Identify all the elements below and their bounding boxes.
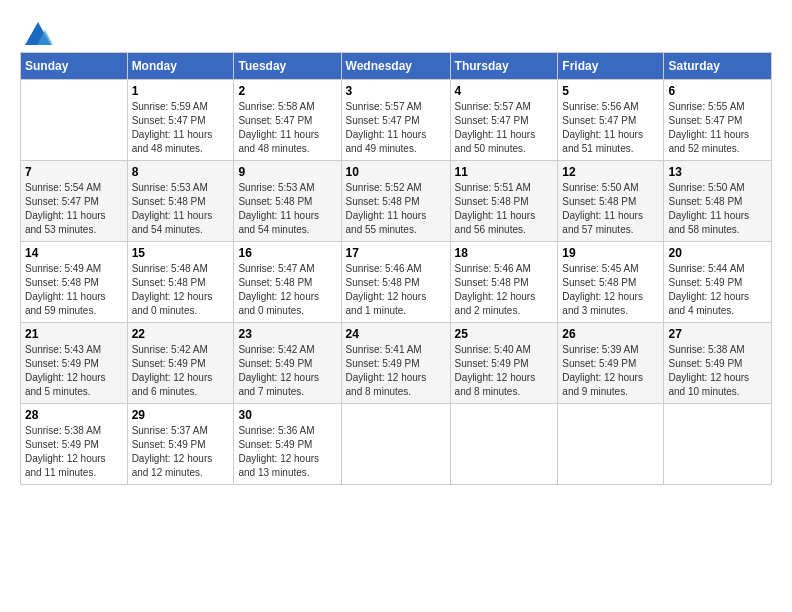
day-info: Sunrise: 5:46 AMSunset: 5:48 PMDaylight:… xyxy=(346,262,446,318)
day-number: 22 xyxy=(132,327,230,341)
calendar-cell: 16Sunrise: 5:47 AMSunset: 5:48 PMDayligh… xyxy=(234,242,341,323)
day-info: Sunrise: 5:39 AMSunset: 5:49 PMDaylight:… xyxy=(562,343,659,399)
day-info: Sunrise: 5:47 AMSunset: 5:48 PMDaylight:… xyxy=(238,262,336,318)
calendar-cell xyxy=(558,404,664,485)
calendar-cell: 11Sunrise: 5:51 AMSunset: 5:48 PMDayligh… xyxy=(450,161,558,242)
day-number: 26 xyxy=(562,327,659,341)
day-info: Sunrise: 5:43 AMSunset: 5:49 PMDaylight:… xyxy=(25,343,123,399)
day-header: Wednesday xyxy=(341,53,450,80)
calendar-cell: 8Sunrise: 5:53 AMSunset: 5:48 PMDaylight… xyxy=(127,161,234,242)
day-number: 24 xyxy=(346,327,446,341)
calendar-week-row: 21Sunrise: 5:43 AMSunset: 5:49 PMDayligh… xyxy=(21,323,772,404)
day-number: 7 xyxy=(25,165,123,179)
logo xyxy=(20,20,53,42)
day-number: 30 xyxy=(238,408,336,422)
day-info: Sunrise: 5:42 AMSunset: 5:49 PMDaylight:… xyxy=(238,343,336,399)
calendar-header-row: SundayMondayTuesdayWednesdayThursdayFrid… xyxy=(21,53,772,80)
calendar-cell: 27Sunrise: 5:38 AMSunset: 5:49 PMDayligh… xyxy=(664,323,772,404)
day-number: 2 xyxy=(238,84,336,98)
day-number: 28 xyxy=(25,408,123,422)
calendar-cell: 30Sunrise: 5:36 AMSunset: 5:49 PMDayligh… xyxy=(234,404,341,485)
day-info: Sunrise: 5:50 AMSunset: 5:48 PMDaylight:… xyxy=(668,181,767,237)
day-info: Sunrise: 5:56 AMSunset: 5:47 PMDaylight:… xyxy=(562,100,659,156)
day-number: 11 xyxy=(455,165,554,179)
calendar-body: 1Sunrise: 5:59 AMSunset: 5:47 PMDaylight… xyxy=(21,80,772,485)
calendar-week-row: 1Sunrise: 5:59 AMSunset: 5:47 PMDaylight… xyxy=(21,80,772,161)
day-number: 16 xyxy=(238,246,336,260)
calendar-cell xyxy=(341,404,450,485)
day-info: Sunrise: 5:41 AMSunset: 5:49 PMDaylight:… xyxy=(346,343,446,399)
calendar-cell: 1Sunrise: 5:59 AMSunset: 5:47 PMDaylight… xyxy=(127,80,234,161)
calendar-cell: 2Sunrise: 5:58 AMSunset: 5:47 PMDaylight… xyxy=(234,80,341,161)
day-number: 3 xyxy=(346,84,446,98)
day-number: 1 xyxy=(132,84,230,98)
day-header: Tuesday xyxy=(234,53,341,80)
day-number: 23 xyxy=(238,327,336,341)
calendar-cell: 21Sunrise: 5:43 AMSunset: 5:49 PMDayligh… xyxy=(21,323,128,404)
day-info: Sunrise: 5:36 AMSunset: 5:49 PMDaylight:… xyxy=(238,424,336,480)
day-info: Sunrise: 5:53 AMSunset: 5:48 PMDaylight:… xyxy=(238,181,336,237)
calendar-cell: 20Sunrise: 5:44 AMSunset: 5:49 PMDayligh… xyxy=(664,242,772,323)
day-number: 9 xyxy=(238,165,336,179)
calendar-cell: 14Sunrise: 5:49 AMSunset: 5:48 PMDayligh… xyxy=(21,242,128,323)
calendar-week-row: 28Sunrise: 5:38 AMSunset: 5:49 PMDayligh… xyxy=(21,404,772,485)
day-info: Sunrise: 5:53 AMSunset: 5:48 PMDaylight:… xyxy=(132,181,230,237)
day-number: 4 xyxy=(455,84,554,98)
calendar-cell: 17Sunrise: 5:46 AMSunset: 5:48 PMDayligh… xyxy=(341,242,450,323)
calendar-cell: 13Sunrise: 5:50 AMSunset: 5:48 PMDayligh… xyxy=(664,161,772,242)
header xyxy=(20,20,772,42)
calendar-cell: 7Sunrise: 5:54 AMSunset: 5:47 PMDaylight… xyxy=(21,161,128,242)
calendar-week-row: 14Sunrise: 5:49 AMSunset: 5:48 PMDayligh… xyxy=(21,242,772,323)
calendar-cell: 24Sunrise: 5:41 AMSunset: 5:49 PMDayligh… xyxy=(341,323,450,404)
day-info: Sunrise: 5:40 AMSunset: 5:49 PMDaylight:… xyxy=(455,343,554,399)
calendar-cell: 19Sunrise: 5:45 AMSunset: 5:48 PMDayligh… xyxy=(558,242,664,323)
calendar-cell: 15Sunrise: 5:48 AMSunset: 5:48 PMDayligh… xyxy=(127,242,234,323)
calendar-cell: 9Sunrise: 5:53 AMSunset: 5:48 PMDaylight… xyxy=(234,161,341,242)
calendar-cell: 26Sunrise: 5:39 AMSunset: 5:49 PMDayligh… xyxy=(558,323,664,404)
day-info: Sunrise: 5:38 AMSunset: 5:49 PMDaylight:… xyxy=(668,343,767,399)
day-info: Sunrise: 5:46 AMSunset: 5:48 PMDaylight:… xyxy=(455,262,554,318)
day-number: 8 xyxy=(132,165,230,179)
day-info: Sunrise: 5:57 AMSunset: 5:47 PMDaylight:… xyxy=(455,100,554,156)
day-number: 13 xyxy=(668,165,767,179)
calendar-cell xyxy=(21,80,128,161)
calendar-cell: 18Sunrise: 5:46 AMSunset: 5:48 PMDayligh… xyxy=(450,242,558,323)
calendar-cell: 28Sunrise: 5:38 AMSunset: 5:49 PMDayligh… xyxy=(21,404,128,485)
day-info: Sunrise: 5:38 AMSunset: 5:49 PMDaylight:… xyxy=(25,424,123,480)
day-info: Sunrise: 5:50 AMSunset: 5:48 PMDaylight:… xyxy=(562,181,659,237)
calendar-table: SundayMondayTuesdayWednesdayThursdayFrid… xyxy=(20,52,772,485)
calendar-cell: 23Sunrise: 5:42 AMSunset: 5:49 PMDayligh… xyxy=(234,323,341,404)
day-number: 10 xyxy=(346,165,446,179)
calendar-cell: 5Sunrise: 5:56 AMSunset: 5:47 PMDaylight… xyxy=(558,80,664,161)
day-number: 17 xyxy=(346,246,446,260)
day-number: 29 xyxy=(132,408,230,422)
calendar-cell: 22Sunrise: 5:42 AMSunset: 5:49 PMDayligh… xyxy=(127,323,234,404)
day-header: Sunday xyxy=(21,53,128,80)
day-number: 14 xyxy=(25,246,123,260)
day-header: Thursday xyxy=(450,53,558,80)
calendar-cell: 10Sunrise: 5:52 AMSunset: 5:48 PMDayligh… xyxy=(341,161,450,242)
calendar-cell: 4Sunrise: 5:57 AMSunset: 5:47 PMDaylight… xyxy=(450,80,558,161)
calendar-week-row: 7Sunrise: 5:54 AMSunset: 5:47 PMDaylight… xyxy=(21,161,772,242)
day-number: 5 xyxy=(562,84,659,98)
day-header: Saturday xyxy=(664,53,772,80)
day-info: Sunrise: 5:54 AMSunset: 5:47 PMDaylight:… xyxy=(25,181,123,237)
day-number: 15 xyxy=(132,246,230,260)
day-info: Sunrise: 5:51 AMSunset: 5:48 PMDaylight:… xyxy=(455,181,554,237)
calendar-cell: 3Sunrise: 5:57 AMSunset: 5:47 PMDaylight… xyxy=(341,80,450,161)
day-info: Sunrise: 5:58 AMSunset: 5:47 PMDaylight:… xyxy=(238,100,336,156)
day-number: 21 xyxy=(25,327,123,341)
day-number: 6 xyxy=(668,84,767,98)
day-info: Sunrise: 5:45 AMSunset: 5:48 PMDaylight:… xyxy=(562,262,659,318)
calendar-cell: 29Sunrise: 5:37 AMSunset: 5:49 PMDayligh… xyxy=(127,404,234,485)
day-info: Sunrise: 5:52 AMSunset: 5:48 PMDaylight:… xyxy=(346,181,446,237)
day-info: Sunrise: 5:57 AMSunset: 5:47 PMDaylight:… xyxy=(346,100,446,156)
logo-icon xyxy=(23,20,53,50)
day-number: 27 xyxy=(668,327,767,341)
day-number: 25 xyxy=(455,327,554,341)
day-info: Sunrise: 5:44 AMSunset: 5:49 PMDaylight:… xyxy=(668,262,767,318)
calendar-cell: 12Sunrise: 5:50 AMSunset: 5:48 PMDayligh… xyxy=(558,161,664,242)
day-number: 20 xyxy=(668,246,767,260)
day-header: Monday xyxy=(127,53,234,80)
day-info: Sunrise: 5:42 AMSunset: 5:49 PMDaylight:… xyxy=(132,343,230,399)
